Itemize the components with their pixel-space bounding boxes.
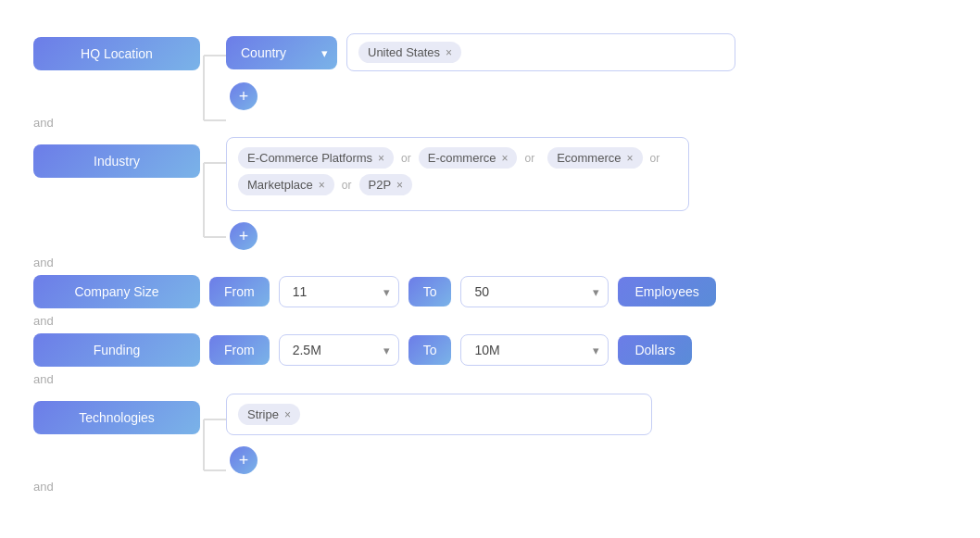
- company-size-to-wrapper[interactable]: 50 10 25 100 200 500: [460, 276, 609, 307]
- industry-tag-marketplace-remove[interactable]: ×: [319, 179, 325, 192]
- hq-right-col: Country United States × +: [226, 28, 735, 110]
- industry-right-col: E-Commerce Platforms × or E-commerce × o…: [226, 135, 689, 250]
- filter-container: HQ Location Country: [19, 19, 961, 508]
- tech-tag-stripe: Stripe ×: [238, 404, 300, 425]
- or-1: or: [399, 152, 413, 165]
- industry-tag-ecommerce2-remove[interactable]: ×: [627, 152, 634, 165]
- country-tag-us: United States ×: [358, 42, 461, 63]
- country-row: Country United States ×: [226, 33, 735, 71]
- company-size-to-select[interactable]: 50 10 25 100 200 500: [460, 276, 609, 307]
- industry-connector-svg: [200, 144, 226, 265]
- from-label-f: From: [209, 335, 270, 365]
- tech-tag-stripe-remove[interactable]: ×: [284, 408, 291, 421]
- and-label-2: and: [33, 256, 947, 269]
- funding-label: Funding: [33, 333, 200, 367]
- company-size-row: Company Size From 11 1 5 10 25 50 To 50 …: [33, 275, 947, 308]
- industry-tree-connector: [200, 144, 226, 250]
- technologies-add-row: +: [230, 446, 652, 474]
- technologies-tree-connector: [200, 401, 226, 474]
- funding-to-select[interactable]: 10M 1M 2.5M 5M 25M 50M: [460, 334, 609, 366]
- industry-add-row: +: [230, 222, 689, 250]
- hq-label: HQ Location: [33, 37, 200, 70]
- industry-tag-p2p-remove[interactable]: ×: [396, 179, 403, 192]
- hq-tree-connector: [200, 37, 226, 110]
- industry-tag-ecommerce-remove[interactable]: ×: [501, 152, 508, 165]
- funding-to-wrapper[interactable]: 10M 1M 2.5M 5M 25M 50M: [460, 334, 609, 366]
- funding-row: Funding From 2.5M 500K 1M 5M 10M To 10M …: [33, 333, 947, 367]
- company-size-label: Company Size: [33, 275, 200, 308]
- country-tag-us-remove[interactable]: ×: [446, 46, 452, 59]
- technologies-right-col: Stripe × +: [226, 392, 652, 474]
- or-4: or: [340, 179, 354, 192]
- funding-from-wrapper[interactable]: 2.5M 500K 1M 5M 10M: [279, 334, 399, 366]
- country-select-wrapper[interactable]: Country: [226, 36, 337, 69]
- country-select[interactable]: Country: [226, 36, 337, 69]
- industry-tag-p2p: P2P ×: [359, 174, 413, 195]
- or-3: or: [648, 152, 662, 165]
- technologies-value-box: Stripe ×: [226, 394, 652, 435]
- technologies-section: Technologies Stripe × +: [33, 392, 947, 474]
- hq-location-section: HQ Location Country: [33, 28, 947, 110]
- country-value-box: United States ×: [346, 33, 735, 71]
- or-2: or: [522, 152, 536, 165]
- from-label-cs: From: [209, 277, 270, 307]
- industry-tag-marketplace: Marketplace ×: [238, 174, 334, 195]
- to-label-cs: To: [408, 277, 452, 307]
- technologies-connector-svg: [200, 401, 226, 494]
- technologies-add-button[interactable]: +: [230, 446, 258, 474]
- industry-tag-ecommerce-platforms: E-Commerce Platforms ×: [238, 147, 394, 169]
- company-size-from-select[interactable]: 11 1 5 10 25 50: [279, 276, 399, 307]
- company-size-from-wrapper[interactable]: 11 1 5 10 25 50: [279, 276, 399, 307]
- industry-tag-ecommerce2: Ecommerce ×: [547, 147, 642, 169]
- employees-unit: Employees: [618, 277, 715, 307]
- industry-tag-ecommerce-platforms-remove[interactable]: ×: [378, 152, 384, 165]
- industry-label: Industry: [33, 144, 200, 178]
- and-label-3: and: [33, 314, 947, 328]
- technologies-label: Technologies: [33, 401, 200, 434]
- filter-builder: { "filters": { "hq_location": { "label":…: [19, 19, 961, 508]
- and-label-5: and: [33, 480, 947, 494]
- hq-add-row: +: [230, 82, 735, 110]
- industry-add-button[interactable]: +: [230, 222, 258, 250]
- to-label-f: To: [408, 335, 452, 365]
- industry-value-box: E-Commerce Platforms × or E-commerce × o…: [226, 137, 689, 211]
- industry-tag-ecommerce: E-commerce ×: [419, 147, 518, 169]
- dollars-unit: Dollars: [618, 335, 692, 365]
- hq-connector-svg: [200, 37, 226, 148]
- industry-section: Industry E-Commerce Platforms × or: [33, 135, 947, 250]
- funding-from-select[interactable]: 2.5M 500K 1M 5M 10M: [279, 334, 399, 366]
- and-label-4: and: [33, 372, 947, 386]
- hq-add-button[interactable]: +: [230, 82, 258, 110]
- and-label-1: and: [33, 116, 947, 130]
